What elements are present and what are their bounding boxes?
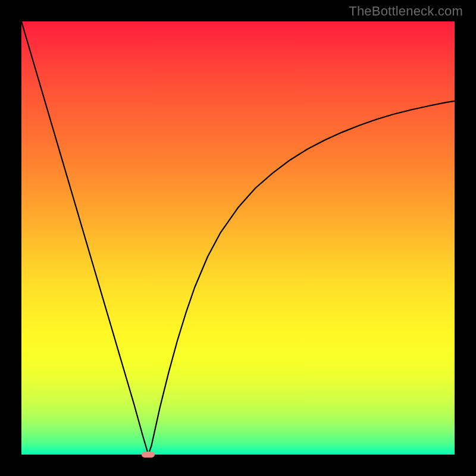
chart-curve-svg: [21, 21, 455, 455]
watermark-text: TheBottleneck.com: [349, 4, 463, 19]
chart-plot-area: [21, 21, 455, 455]
minimum-marker: [142, 452, 155, 458]
bottleneck-curve-line: [21, 21, 455, 455]
